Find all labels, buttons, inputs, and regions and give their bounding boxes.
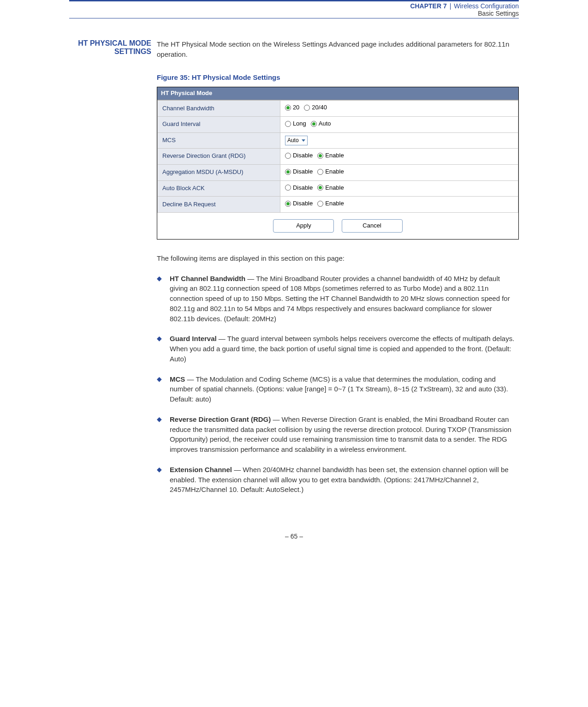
setting-value-cell: DisableEnable <box>280 180 518 197</box>
page-footer: – 65 – <box>69 533 519 540</box>
section-side-heading: HT PHYSICAL MODE SETTINGS <box>69 39 157 56</box>
radio-option[interactable]: 20 <box>285 103 299 112</box>
radio-option[interactable]: Enable <box>317 199 344 208</box>
radio-icon <box>304 105 310 111</box>
description-intro: The following items are displayed in thi… <box>157 253 519 264</box>
term-description: — The Modulation and Coding Scheme (MCS)… <box>170 375 508 403</box>
setting-label: Guard Interval <box>158 116 280 132</box>
list-item: MCS — The Modulation and Coding Scheme (… <box>157 374 519 404</box>
table-row: Guard IntervalLongAuto <box>158 116 518 132</box>
radio-icon <box>285 201 291 207</box>
side-title-line1: HT PHYSICAL MODE <box>78 39 151 47</box>
setting-value-cell: LongAuto <box>280 116 518 132</box>
setting-label: Channel Bandwidth <box>158 101 280 117</box>
radio-label: Disable <box>293 184 313 192</box>
setting-value-cell: 2020/40 <box>280 101 518 117</box>
table-row: Auto Block ACKDisableEnable <box>158 180 518 197</box>
setting-value-cell: DisableEnable <box>280 197 518 213</box>
list-item: Guard Interval — The guard interval betw… <box>157 334 519 364</box>
list-item: Reverse Direction Grant (RDG) — When Rev… <box>157 414 519 455</box>
radio-option[interactable]: Long <box>285 120 306 128</box>
term: Extension Channel <box>170 466 232 473</box>
header-subtitle: Basic Settings <box>69 10 519 17</box>
term: HT Channel Bandwidth <box>170 275 245 282</box>
radio-icon <box>317 201 323 207</box>
setting-label: MCS <box>158 132 280 148</box>
radio-option[interactable]: Disable <box>285 199 313 208</box>
setting-value-cell: DisableEnable <box>280 149 518 165</box>
setting-label: Aggregation MSDU (A-MSDU) <box>158 164 280 180</box>
settings-table: Channel Bandwidth2020/40Guard IntervalLo… <box>157 100 518 213</box>
term: Guard Interval <box>170 335 217 342</box>
radio-option[interactable]: Disable <box>285 151 313 160</box>
radio-icon <box>317 169 323 175</box>
page-header: CHAPTER 7 | Wireless Configuration Basic… <box>69 0 519 18</box>
figure-panel-title: HT Physical Mode <box>157 87 518 100</box>
radio-label: Enable <box>325 184 344 192</box>
setting-value-cell: DisableEnable <box>280 164 518 180</box>
radio-label: 20 <box>293 103 299 112</box>
radio-icon <box>285 153 291 159</box>
radio-label: Enable <box>325 168 344 176</box>
radio-option[interactable]: 20/40 <box>304 103 327 112</box>
table-row: Aggregation MSDU (A-MSDU)DisableEnable <box>158 164 518 180</box>
header-chapter-name: Wireless Configuration <box>454 2 519 10</box>
radio-label: Disable <box>293 151 313 160</box>
figure-caption: Figure 35: HT Physical Mode Settings <box>157 72 519 83</box>
radio-option[interactable]: Enable <box>317 168 344 176</box>
radio-icon <box>285 121 291 127</box>
description-list: HT Channel Bandwidth — The Mini Broadban… <box>157 274 519 495</box>
radio-label: Long <box>293 120 306 128</box>
radio-icon <box>311 121 317 127</box>
header-chapter: CHAPTER 7 <box>410 2 446 10</box>
radio-label: Disable <box>293 168 313 176</box>
chevron-down-icon <box>302 139 305 142</box>
table-row: Channel Bandwidth2020/40 <box>158 101 518 117</box>
radio-option[interactable]: Enable <box>317 151 344 160</box>
radio-option[interactable]: Enable <box>317 184 344 192</box>
radio-option[interactable]: Auto <box>311 120 331 128</box>
setting-label: Auto Block ACK <box>158 180 280 197</box>
radio-label: Disable <box>293 199 313 208</box>
radio-icon <box>285 169 291 175</box>
list-item: HT Channel Bandwidth — The Mini Broadban… <box>157 274 519 324</box>
radio-icon <box>285 185 291 191</box>
radio-icon <box>317 153 323 159</box>
figure-box: HT Physical Mode Channel Bandwidth2020/4… <box>157 87 519 240</box>
side-title-line2: SETTINGS <box>114 48 151 55</box>
term: Reverse Direction Grant (RDG) <box>170 415 271 423</box>
radio-icon <box>317 185 323 191</box>
term-description: — The guard interval between symbols hel… <box>170 335 514 363</box>
radio-label: Enable <box>325 151 344 160</box>
apply-button[interactable]: Apply <box>273 219 334 233</box>
table-row: Reverse Direction Grant (RDG)DisableEnab… <box>158 149 518 165</box>
list-item: Extension Channel — When 20/40MHz channe… <box>157 465 519 495</box>
setting-label: Decline BA Request <box>158 197 280 213</box>
radio-icon <box>285 105 291 111</box>
table-row: Decline BA RequestDisableEnable <box>158 197 518 213</box>
cancel-button[interactable]: Cancel <box>342 219 403 233</box>
radio-label: Enable <box>325 199 344 208</box>
setting-value-cell: Auto <box>280 132 518 148</box>
section-intro: The HT Physical Mode section on the Wire… <box>157 39 519 60</box>
radio-label: Auto <box>319 120 331 128</box>
radio-label: 20/40 <box>312 103 327 112</box>
table-row: MCSAuto <box>158 132 518 148</box>
setting-label: Reverse Direction Grant (RDG) <box>158 149 280 165</box>
header-separator: | <box>449 2 452 10</box>
radio-option[interactable]: Disable <box>285 184 313 192</box>
radio-option[interactable]: Disable <box>285 168 313 176</box>
term: MCS <box>170 375 185 383</box>
select-value: Auto <box>287 137 299 144</box>
mcs-select[interactable]: Auto <box>285 136 308 145</box>
